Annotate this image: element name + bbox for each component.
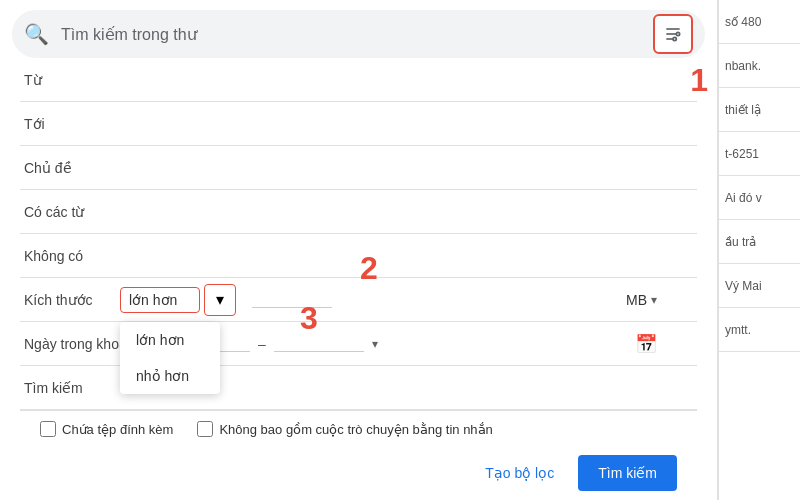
svg-point-4 [673,37,676,40]
gmail-right-item: Ai đó v [719,176,800,220]
attachment-label: Chứa tệp đính kèm [62,422,173,437]
size-unit-arrow[interactable]: ▾ [651,293,657,307]
gmail-right-panel: số 480 nbank. thiết lậ t-6251 Ai đó v ầu… [718,0,800,500]
size-comparison-value: lớn hơn [129,292,177,308]
haswords-row: Có các từ [20,190,697,234]
svg-point-3 [676,32,679,35]
search-placeholder[interactable]: Tìm kiếm trong thư [61,25,645,44]
size-dropdown-arrow[interactable]: ▾ [204,284,236,316]
size-comparison-select[interactable]: lớn hơn [120,287,200,313]
size-value-input[interactable] [252,291,332,308]
from-row: Từ [20,58,697,102]
size-option-smaller[interactable]: nhỏ hơn [120,358,220,394]
size-unit-label: MB [626,292,647,308]
gmail-right-item: t-6251 [719,132,800,176]
to-row: Tới [20,102,697,146]
gmail-right-item: Vý Mai [719,264,800,308]
date-separator: – [258,336,266,352]
checkboxes-row: Chứa tệp đính kèm Không bao gồm cuộc trò… [20,410,697,447]
subject-input[interactable] [120,160,697,176]
calendar-icon[interactable]: 📅 [635,333,657,355]
to-label: Tới [20,116,120,132]
nohave-row: Không có [20,234,697,278]
haswords-label: Có các từ [20,204,120,220]
attachment-checkbox[interactable] [40,421,56,437]
search-scope-label: Tìm kiếm [20,380,120,396]
to-input[interactable] [120,116,697,132]
size-label: Kích thước [20,292,120,308]
chevron-down-icon: ▾ [216,290,224,309]
gmail-right-item: nbank. [719,44,800,88]
nohave-input[interactable] [120,248,697,264]
subject-label: Chủ đề [20,160,120,176]
attachment-checkbox-label[interactable]: Chứa tệp đính kèm [40,421,173,437]
subject-row: Chủ đề [20,146,697,190]
haswords-input[interactable] [120,204,697,220]
action-row: Tạo bộ lọc Tìm kiếm [20,447,697,500]
search-button[interactable]: Tìm kiếm [578,455,677,491]
size-option-larger[interactable]: lớn hơn [120,322,220,358]
gmail-right-item: thiết lậ [719,88,800,132]
gmail-right-item: ầu trả [719,220,800,264]
no-chat-label: Không bao gồm cuộc trò chuyện bằng tin n… [219,422,492,437]
create-filter-button[interactable]: Tạo bộ lọc [473,457,566,489]
filter-button[interactable] [653,14,693,54]
no-chat-checkbox-label[interactable]: Không bao gồm cuộc trò chuyện bằng tin n… [197,421,492,437]
search-icon: 🔍 [24,22,49,46]
no-chat-checkbox[interactable] [197,421,213,437]
date-dropdown-arrow[interactable]: ▾ [372,337,378,351]
gmail-right-item: ymtt. [719,308,800,352]
date-to-input[interactable] [274,335,364,352]
size-row: Kích thước lớn hơn ▾ lớn hơn nhỏ hơn MB … [20,278,697,322]
nohave-label: Không có [20,248,120,264]
size-dropdown-menu: lớn hơn nhỏ hơn [120,322,220,394]
search-bar: 🔍 Tìm kiếm trong thư [12,10,705,58]
gmail-right-item: số 480 [719,0,800,44]
search-form: Từ Tới Chủ đề Có các từ Không có [0,58,717,500]
from-input[interactable] [120,72,697,88]
from-label: Từ [20,72,120,88]
